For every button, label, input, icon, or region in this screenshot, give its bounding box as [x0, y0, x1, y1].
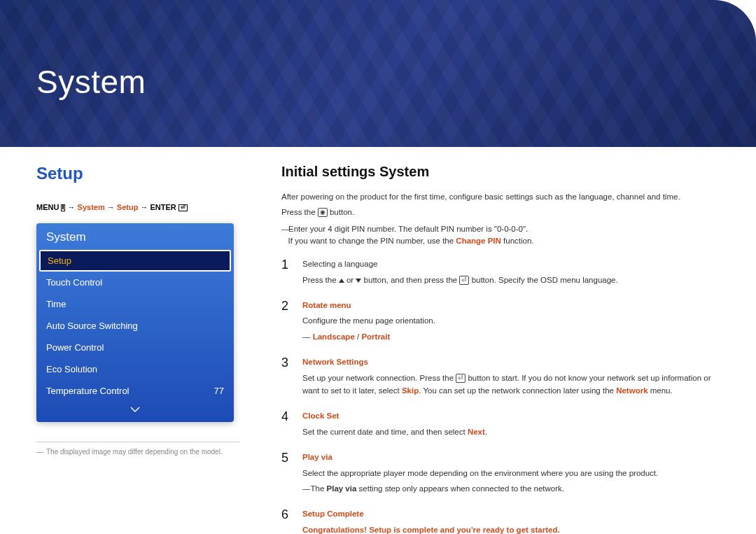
osd-more-below[interactable] — [36, 402, 234, 419]
osd-item-auto-source-switching[interactable]: Auto Source Switching — [36, 315, 234, 337]
osd-item-label: Time — [46, 299, 66, 309]
step-4: 4 Clock Set Set the current date and tim… — [281, 409, 720, 441]
content-area: Setup MENU → System → Setup → ENTER ⏎ Sy… — [0, 147, 756, 534]
intro-text: After powering on the product for the fi… — [281, 191, 720, 248]
osd-item-eco-solution[interactable]: Eco Solution — [36, 358, 234, 380]
menu-icon — [61, 204, 65, 211]
step-6: 6 Setup Complete Congratulations! Setup … — [281, 507, 720, 534]
step-1: 1 Selecting a language Press the or butt… — [281, 258, 720, 289]
osd-item-setup[interactable]: Setup — [39, 250, 231, 272]
enter-icon: ⏎ — [178, 204, 188, 211]
osd-item-touch-control[interactable]: Touch Control — [36, 272, 234, 293]
osd-header: System — [36, 223, 234, 250]
enter-icon: ⏎ — [459, 276, 469, 285]
breadcrumb-setup: Setup — [117, 203, 139, 211]
step-number: 5 — [281, 451, 291, 498]
step-list: 1 Selecting a language Press the or butt… — [281, 258, 720, 534]
step-number: 1 — [281, 258, 291, 289]
osd-item-label: Temperature Control — [46, 386, 130, 396]
osd-menu: System Setup Touch Control Time Auto Sou… — [36, 223, 234, 422]
osd-item-temperature-control[interactable]: Temperature Control 77 — [36, 380, 234, 402]
breadcrumb-enter-label: ENTER — [150, 203, 176, 211]
step-title: Play via — [302, 451, 720, 463]
osd-item-label: Auto Source Switching — [46, 321, 138, 331]
step-number: 2 — [281, 299, 291, 346]
chapter-title: System — [0, 0, 756, 101]
right-column: Initial settings System After powering o… — [281, 164, 720, 534]
osd-item-value: 77 — [214, 386, 224, 396]
breadcrumb: MENU → System → Setup → ENTER ⏎ — [36, 203, 239, 212]
osd-item-time[interactable]: Time — [36, 293, 234, 315]
triangle-up-icon — [339, 279, 344, 283]
step-5: 5 Play via Select the appropriate player… — [281, 451, 720, 498]
step-3: 3 Network Settings Set up your network c… — [281, 356, 720, 400]
circle-button-icon: ◉ — [318, 208, 328, 217]
breadcrumb-arrow: → — [140, 203, 148, 211]
osd-item-label: Eco Solution — [46, 364, 97, 374]
step-title: Network Settings — [302, 356, 720, 368]
content-heading: Initial settings System — [281, 164, 720, 180]
breadcrumb-arrow: → — [68, 203, 76, 211]
hero-banner: System — [0, 0, 756, 147]
osd-item-label: Touch Control — [46, 277, 102, 288]
breadcrumb-arrow: → — [107, 203, 115, 211]
left-column: Setup MENU → System → Setup → ENTER ⏎ Sy… — [36, 164, 239, 534]
osd-item-label: Setup — [48, 255, 71, 266]
step-title: Selecting a language — [302, 258, 720, 270]
step-title: Rotate menu — [302, 299, 720, 311]
osd-item-power-control[interactable]: Power Control — [36, 337, 234, 358]
chevron-down-icon — [130, 406, 140, 413]
step-number: 6 — [281, 507, 291, 534]
section-title: Setup — [36, 164, 239, 183]
enter-icon: ⏎ — [456, 374, 465, 383]
step-title: Setup Complete — [302, 507, 720, 520]
step-number: 3 — [281, 356, 291, 400]
breadcrumb-system: System — [78, 203, 105, 211]
osd-item-label: Power Control — [46, 342, 104, 353]
divider — [36, 442, 239, 442]
breadcrumb-menu-label: MENU — [36, 203, 59, 211]
step-number: 4 — [281, 409, 291, 441]
step-2: 2 Rotate menu Configure the menu page or… — [281, 299, 720, 346]
step-title: Clock Set — [302, 409, 720, 422]
footnote: ―The displayed image may differ dependin… — [36, 448, 239, 456]
